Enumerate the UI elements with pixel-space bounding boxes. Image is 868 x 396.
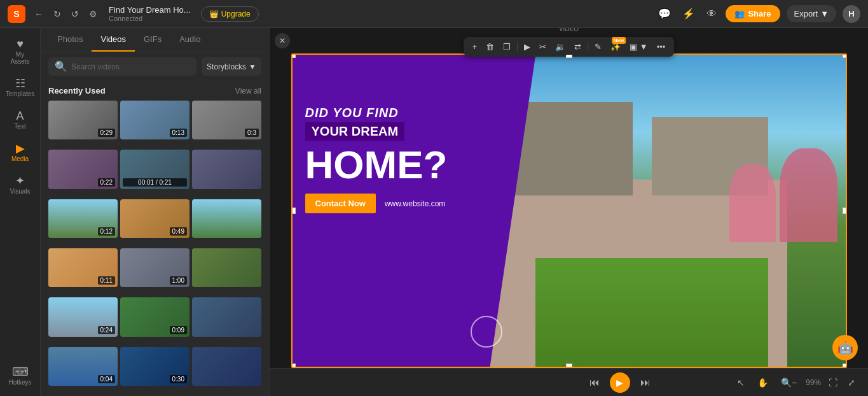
fullscreen-button[interactable]: ⤢ — [845, 375, 858, 390]
headline-3: HOME? — [305, 145, 448, 185]
duration-2: 0:13 — [170, 129, 187, 137]
volume-button[interactable]: 🔉 — [551, 39, 569, 54]
video-thumb-11[interactable]: 1:00 — [120, 248, 189, 287]
share-button[interactable]: 👥 Share — [726, 5, 780, 22]
duration-3: 0:3 — [245, 129, 259, 137]
hand-tool-button[interactable]: ✋ — [754, 375, 772, 390]
swap-button[interactable]: ⇄ — [570, 39, 585, 54]
video-thumb-18[interactable] — [192, 347, 261, 386]
pointer-tool-button[interactable]: ↖ — [733, 375, 748, 390]
settings-button[interactable]: ⚙ — [85, 6, 101, 22]
video-thumb-16[interactable]: 0:04 — [48, 347, 118, 386]
sidebar-item-my-assets[interactable]: ♥ My Assets — [3, 33, 38, 70]
video-thumb-3[interactable]: 0:3 — [192, 101, 261, 139]
sidebar-item-media[interactable]: ▶ Media — [3, 138, 38, 167]
robot-mascot[interactable]: 🤖 — [832, 335, 858, 360]
rewind-button[interactable]: ⏮ — [587, 374, 602, 391]
video-thumb-9[interactable] — [192, 199, 261, 238]
chat-icon-button[interactable]: 💬 — [656, 5, 673, 22]
handle-bottom-left[interactable] — [293, 364, 296, 367]
fit-button[interactable]: ⛶ — [826, 375, 840, 390]
close-element-button[interactable]: ✕ — [275, 33, 290, 48]
source-selector[interactable]: Storyblocks ▼ — [202, 57, 261, 76]
eye-icon-button[interactable]: 👁 — [704, 6, 719, 22]
delete-button[interactable]: 🗑 — [482, 39, 498, 54]
chevron-down-icon: ▼ — [249, 62, 256, 71]
zoom-out-button[interactable]: 🔍− — [777, 375, 801, 390]
divider-1 — [517, 42, 518, 52]
redo-button[interactable]: ↺ — [67, 6, 83, 22]
project-title: Find Your Dream Ho... Connected — [109, 5, 191, 22]
playback-controls: ⏮ ▶ ⏭ — [506, 372, 733, 393]
video-thumb-10[interactable]: 0:11 — [48, 248, 118, 287]
fast-forward-button[interactable]: ⏭ — [638, 374, 653, 391]
layers-button[interactable]: ▣ ▼ — [626, 39, 651, 54]
handle-top-right[interactable] — [843, 55, 846, 58]
undo-button[interactable]: ↻ — [50, 6, 65, 22]
duration-7: 0:12 — [98, 227, 115, 236]
duration-4: 0:22 — [98, 178, 115, 187]
search-icon: 🔍 — [55, 60, 67, 73]
chevron-down-icon: ▼ — [820, 9, 829, 18]
text-icon: A — [16, 110, 24, 122]
video-thumb-7[interactable]: 0:12 — [48, 199, 118, 238]
crown-icon: 👑 — [209, 10, 219, 18]
assets-icon: ♥ — [17, 38, 24, 50]
upgrade-button[interactable]: 👑 Upgrade — [201, 6, 259, 22]
duration-13: 0:24 — [98, 326, 115, 334]
canvas-content: DID YOU FIND YOUR DREAM HOME? Contact No… — [293, 55, 846, 367]
video-thumb-8[interactable]: 0:49 — [120, 199, 189, 238]
video-thumb-15[interactable] — [192, 297, 261, 336]
sidebar-item-text[interactable]: A Text — [3, 105, 38, 135]
sidebar-item-hotkeys[interactable]: ⌨ Hotkeys — [3, 361, 38, 391]
duration-5: 00:01 / 0:21 — [123, 178, 187, 187]
handle-bottom-right[interactable] — [843, 364, 846, 367]
video-thumb-14[interactable]: 0:09 — [120, 297, 189, 336]
contact-now-button[interactable]: Contact Now — [305, 194, 376, 213]
play-pause-button[interactable]: ▶ — [610, 372, 630, 393]
video-thumb-12[interactable] — [192, 248, 261, 287]
video-thumb-1[interactable]: 0:29 — [48, 101, 118, 139]
main-layout: ♥ My Assets ☷ Templates A Text ▶ Media ✦… — [0, 28, 868, 396]
add-element-button[interactable]: + — [469, 39, 481, 54]
tab-audio[interactable]: Audio — [170, 28, 209, 52]
avatar[interactable]: H — [843, 5, 860, 23]
edit-button[interactable]: ✎ — [591, 39, 605, 54]
export-button[interactable]: Export ▼ — [787, 5, 836, 22]
play-button[interactable]: ▶ — [520, 39, 534, 54]
handle-top-mid[interactable] — [566, 55, 572, 58]
tab-videos[interactable]: Videos — [92, 28, 135, 52]
video-thumb-6[interactable] — [192, 150, 261, 188]
app-logo: S — [8, 5, 25, 23]
view-all-link[interactable]: View all — [235, 87, 261, 95]
video-thumb-17[interactable]: 0:30 — [120, 347, 189, 386]
duration-17: 0:30 — [170, 375, 187, 383]
headline-2: YOUR DREAM — [305, 122, 405, 141]
handle-bottom-mid[interactable] — [566, 364, 572, 367]
nav-buttons: ← ↻ ↺ ⚙ — [31, 6, 101, 22]
sidebar-item-visuals[interactable]: ✦ Visuals — [3, 170, 38, 200]
topbar: S ← ↻ ↺ ⚙ Find Your Dream Ho... Connecte… — [0, 0, 868, 28]
back-button[interactable]: ← — [31, 6, 47, 22]
tab-gifs[interactable]: GIFs — [135, 28, 170, 52]
tab-photos[interactable]: Photos — [48, 28, 92, 52]
sidebar-item-templates[interactable]: ☷ Templates — [3, 73, 38, 103]
video-grid: 0:29 0:13 0:3 0:22 00:01 / 0:21 0:12 0:4 — [41, 98, 269, 396]
visuals-icon: ✦ — [15, 175, 25, 187]
sidebar-icons: ♥ My Assets ☷ Templates A Text ▶ Media ✦… — [0, 28, 41, 396]
handle-mid-right[interactable] — [843, 208, 846, 214]
search-input[interactable] — [71, 62, 190, 71]
video-thumb-5[interactable]: 00:01 / 0:21 — [120, 150, 189, 188]
handle-top-left[interactable] — [293, 55, 296, 58]
video-thumb-4[interactable]: 0:22 — [48, 150, 118, 188]
duration-14: 0:09 — [170, 326, 187, 334]
media-icon: ▶ — [16, 143, 25, 154]
more-button[interactable]: ••• — [653, 39, 670, 54]
search-box: 🔍 — [48, 57, 196, 76]
video-thumb-13[interactable]: 0:24 — [48, 297, 118, 336]
lightning-icon-button[interactable]: ⚡ — [680, 5, 698, 22]
handle-mid-left[interactable] — [293, 208, 296, 214]
cut-button[interactable]: ✂ — [535, 39, 550, 54]
duplicate-button[interactable]: ❐ — [499, 39, 514, 54]
video-thumb-2[interactable]: 0:13 — [120, 101, 189, 139]
